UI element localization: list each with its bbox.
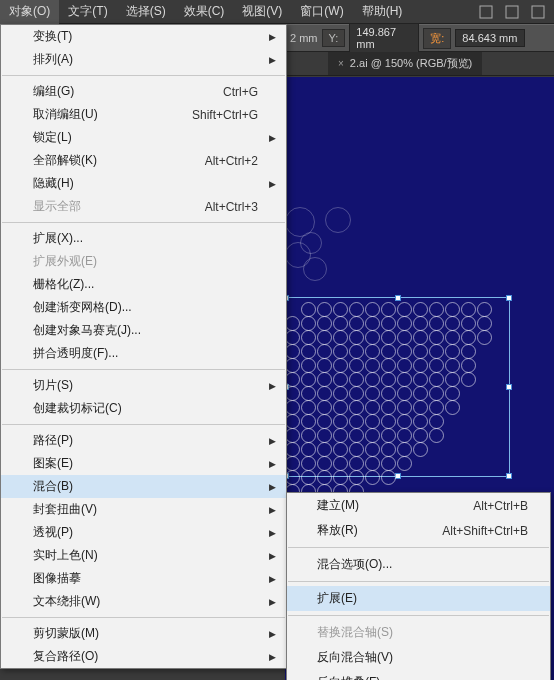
menu-item-label: 拼合透明度(F)... — [33, 345, 118, 362]
svg-rect-2 — [532, 6, 544, 18]
menu-item-label: 混合选项(O)... — [317, 556, 392, 573]
menu-item[interactable]: 图像描摹 — [1, 567, 286, 590]
close-icon[interactable]: × — [338, 58, 344, 69]
menu-shortcut: Alt+Shift+Ctrl+B — [442, 524, 528, 538]
svg-rect-0 — [480, 6, 492, 18]
menubar-item[interactable]: 帮助(H) — [353, 0, 412, 24]
menubar-item[interactable]: 文字(T) — [59, 0, 116, 24]
menu-item[interactable]: 扩展(X)... — [1, 227, 286, 250]
menu-item[interactable]: 栅格化(Z)... — [1, 273, 286, 296]
menubar-item[interactable]: 效果(C) — [175, 0, 234, 24]
menu-item-label: 显示全部 — [33, 198, 81, 215]
menu-shortcut: Alt+Ctrl+2 — [205, 154, 258, 168]
menu-item-label: 反向堆叠(F) — [317, 674, 380, 680]
menubar-item[interactable]: 对象(O) — [0, 0, 59, 24]
menu-item[interactable]: 编组(G)Ctrl+G — [1, 80, 286, 103]
menu-item[interactable]: 建立(M)Alt+Ctrl+B — [287, 493, 550, 518]
menu-item-label: 封套扭曲(V) — [33, 501, 97, 518]
menu-item-label: 混合(B) — [33, 478, 73, 495]
menu-item-label: 排列(A) — [33, 51, 73, 68]
menu-item[interactable]: 路径(P) — [1, 429, 286, 452]
menu-item[interactable]: 图案(E) — [1, 452, 286, 475]
handle[interactable] — [395, 295, 401, 301]
menu-item-label: 变换(T) — [33, 28, 72, 45]
grid-icon[interactable] — [474, 2, 498, 22]
menu-item: 显示全部Alt+Ctrl+3 — [1, 195, 286, 218]
menubar-item[interactable]: 窗口(W) — [291, 0, 352, 24]
menu-item[interactable]: 取消编组(U)Shift+Ctrl+G — [1, 103, 286, 126]
document-tab[interactable]: × 2.ai @ 150% (RGB/预览) — [328, 52, 482, 75]
menubar-item[interactable]: 选择(S) — [117, 0, 175, 24]
menu-item-label: 路径(P) — [33, 432, 73, 449]
menu-item-label: 栅格化(Z)... — [33, 276, 94, 293]
menu-item[interactable]: 混合(B) — [1, 475, 286, 498]
menu-item-label: 图案(E) — [33, 455, 73, 472]
menu-item[interactable]: 创建渐变网格(D)... — [1, 296, 286, 319]
menu-item-label: 编组(G) — [33, 83, 74, 100]
menu-item[interactable]: 复合路径(O) — [1, 645, 286, 668]
menu-item-label: 创建对象马赛克(J)... — [33, 322, 141, 339]
menu-item[interactable]: 文本绕排(W) — [1, 590, 286, 613]
menu-item[interactable]: 释放(R)Alt+Shift+Ctrl+B — [287, 518, 550, 543]
y-value[interactable]: 149.867 mm — [349, 23, 419, 53]
menu-item[interactable]: 排列(A) — [1, 48, 286, 71]
menu-item[interactable]: 实时上色(N) — [1, 544, 286, 567]
menu-item-label: 图像描摹 — [33, 570, 81, 587]
menu-item[interactable]: 混合选项(O)... — [287, 552, 550, 577]
menu-item: 替换混合轴(S) — [287, 620, 550, 645]
menu-item-label: 取消编组(U) — [33, 106, 98, 123]
menu-item-label: 复合路径(O) — [33, 648, 98, 665]
menu-item-label: 切片(S) — [33, 377, 73, 394]
y-label: Y: — [322, 29, 346, 47]
menu-item-label: 扩展(E) — [317, 590, 357, 607]
menu-item-label: 实时上色(N) — [33, 547, 98, 564]
handle[interactable] — [506, 295, 512, 301]
menu-item[interactable]: 创建裁切标记(C) — [1, 397, 286, 420]
handle[interactable] — [506, 384, 512, 390]
object-menu: 变换(T)排列(A)编组(G)Ctrl+G取消编组(U)Shift+Ctrl+G… — [0, 24, 287, 669]
menu-item[interactable]: 封套扭曲(V) — [1, 498, 286, 521]
menu-item-label: 文本绕排(W) — [33, 593, 100, 610]
menu-item-label: 创建渐变网格(D)... — [33, 299, 132, 316]
svg-rect-1 — [506, 6, 518, 18]
ruler-icon[interactable] — [500, 2, 524, 22]
menu-item: 扩展外观(E) — [1, 250, 286, 273]
menu-item[interactable]: 全部解锁(K)Alt+Ctrl+2 — [1, 149, 286, 172]
menubar: 对象(O)文字(T)选择(S)效果(C)视图(V)窗口(W)帮助(H) — [0, 0, 554, 24]
menu-item[interactable]: 扩展(E) — [287, 586, 550, 611]
tab-title: 2.ai @ 150% (RGB/预览) — [350, 56, 472, 71]
menu-item[interactable]: 变换(T) — [1, 25, 286, 48]
menu-shortcut: Ctrl+G — [223, 85, 258, 99]
menu-item-label: 扩展外观(E) — [33, 253, 97, 270]
menu-item-label: 隐藏(H) — [33, 175, 74, 192]
menu-item-label: 剪切蒙版(M) — [33, 625, 99, 642]
menubar-item[interactable]: 视图(V) — [233, 0, 291, 24]
menu-item-label: 替换混合轴(S) — [317, 624, 393, 641]
width-value[interactable]: 84.643 mm — [455, 29, 525, 47]
menu-item[interactable]: 反向堆叠(F) — [287, 670, 550, 680]
menu-item[interactable]: 创建对象马赛克(J)... — [1, 319, 286, 342]
menu-item-label: 建立(M) — [317, 497, 359, 514]
menu-shortcut: Alt+Ctrl+3 — [205, 200, 258, 214]
menu-item[interactable]: 透视(P) — [1, 521, 286, 544]
menu-item-label: 全部解锁(K) — [33, 152, 97, 169]
menu-item[interactable]: 反向混合轴(V) — [287, 645, 550, 670]
menu-item-label: 释放(R) — [317, 522, 358, 539]
menu-item[interactable]: 拼合透明度(F)... — [1, 342, 286, 365]
menu-shortcut: Alt+Ctrl+B — [473, 499, 528, 513]
handle[interactable] — [506, 473, 512, 479]
menu-item-label: 扩展(X)... — [33, 230, 83, 247]
menu-item-label: 创建裁切标记(C) — [33, 400, 122, 417]
menu-item[interactable]: 锁定(L) — [1, 126, 286, 149]
menu-item-label: 反向混合轴(V) — [317, 649, 393, 666]
menu-shortcut: Shift+Ctrl+G — [192, 108, 258, 122]
menu-item-label: 透视(P) — [33, 524, 73, 541]
menu-item[interactable]: 隐藏(H) — [1, 172, 286, 195]
menu-item[interactable]: 切片(S) — [1, 374, 286, 397]
panel-icon[interactable] — [526, 2, 550, 22]
menu-item-label: 锁定(L) — [33, 129, 72, 146]
width-label: 宽: — [423, 28, 451, 49]
menu-item[interactable]: 剪切蒙版(M) — [1, 622, 286, 645]
x-suffix: 2 mm — [290, 32, 318, 44]
blend-submenu: 建立(M)Alt+Ctrl+B释放(R)Alt+Shift+Ctrl+B混合选项… — [286, 492, 551, 680]
